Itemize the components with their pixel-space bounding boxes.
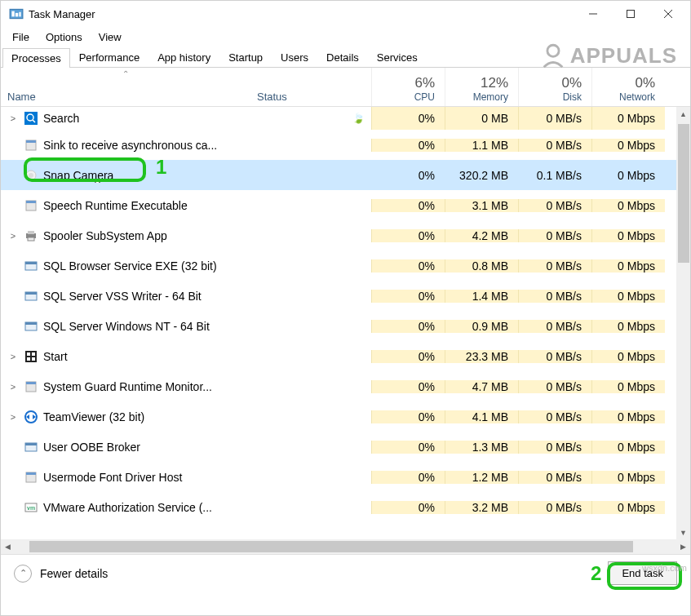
network-label: Network	[619, 91, 655, 103]
network-cell: 0 Mbps	[591, 501, 665, 514]
process-name-label: Start	[43, 350, 68, 363]
expand-toggle-icon[interactable]: >	[7, 412, 19, 422]
process-row[interactable]: SQL Server Windows NT - 64 Bit0%0.9 MB0 …	[1, 311, 690, 341]
cpu-cell: 0%	[371, 290, 445, 303]
network-cell: 0 Mbps	[591, 380, 665, 393]
process-row[interactable]: >System Guard Runtime Monitor...0%4.7 MB…	[1, 371, 690, 401]
process-row[interactable]: SQL Browser Service EXE (32 bit)0%0.8 MB…	[1, 250, 690, 281]
disk-cell: 0.1 MB/s	[518, 169, 591, 182]
process-row[interactable]: Sink to receive asynchronous ca...0%1.1 …	[1, 130, 690, 160]
scroll-left-arrow-icon[interactable]: ◀	[1, 543, 15, 551]
svg-rect-38	[25, 443, 37, 445]
minimize-button[interactable]	[574, 1, 612, 27]
process-row[interactable]: >TeamViewer (32 bit)0%4.1 MB0 MB/s0 Mbps	[1, 401, 690, 432]
scroll-up-arrow-icon[interactable]: ▲	[676, 107, 690, 121]
fewer-details-label: Fewer details	[40, 567, 108, 580]
svg-rect-26	[25, 322, 37, 325]
process-name-cell: >Start	[1, 349, 250, 364]
memory-cell: 1.4 MB	[445, 290, 518, 303]
vertical-scrollbar[interactable]: ▲ ▼	[676, 107, 690, 539]
column-cpu[interactable]: 6% CPU	[371, 68, 445, 106]
service-icon	[24, 319, 38, 334]
network-cell: 0 Mbps	[591, 410, 665, 423]
maximize-button[interactable]	[612, 1, 649, 27]
process-row[interactable]: >Search🍃0%0 MB0 MB/s0 Mbps	[1, 107, 690, 130]
expand-toggle-icon[interactable]: >	[7, 113, 19, 123]
menu-view[interactable]: View	[91, 29, 130, 45]
process-row[interactable]: vmVMware Authorization Service (...0%3.2…	[1, 492, 690, 522]
process-row[interactable]: SQL Server VSS Writer - 64 Bit0%1.4 MB0 …	[1, 281, 690, 311]
app-icon	[9, 7, 24, 21]
tab-services[interactable]: Services	[368, 47, 427, 67]
cpu-cell: 0%	[371, 410, 445, 423]
disk-cell: 0 MB/s	[518, 410, 591, 423]
process-row[interactable]: >Spooler SubSystem App0%4.2 MB0 MB/s0 Mb…	[1, 220, 690, 250]
cpu-cell: 0%	[371, 259, 445, 273]
svg-rect-1	[11, 11, 14, 17]
scroll-down-arrow-icon[interactable]: ▼	[676, 525, 690, 539]
process-name-cell: >Spooler SubSystem App	[1, 228, 250, 243]
process-row[interactable]: >Start0%23.3 MB0 MB/s0 Mbps	[1, 341, 690, 371]
disk-cell: 0 MB/s	[518, 320, 591, 333]
column-memory[interactable]: 12% Memory	[445, 68, 518, 106]
memory-cell: 4.1 MB	[445, 410, 518, 423]
source-watermark: wsxdn.com	[642, 563, 687, 573]
column-status[interactable]: Status	[250, 68, 371, 106]
service-icon	[24, 440, 38, 454]
hscroll-thumb[interactable]	[29, 541, 633, 552]
tab-users[interactable]: Users	[272, 47, 317, 67]
process-name-cell: Speech Runtime Executable	[1, 198, 250, 213]
menu-options[interactable]: Options	[38, 29, 91, 45]
expand-toggle-icon[interactable]: >	[7, 382, 19, 392]
menu-file[interactable]: File	[4, 29, 38, 45]
watermark-text: APPUALS	[570, 43, 677, 69]
process-list[interactable]: >Search🍃0%0 MB0 MB/s0 MbpsSink to receiv…	[1, 107, 690, 539]
column-disk[interactable]: 0% Disk	[518, 68, 591, 106]
svg-rect-31	[32, 357, 35, 361]
process-row[interactable]: Usermode Font Driver Host0%1.2 MB0 MB/s0…	[1, 462, 690, 492]
tab-details[interactable]: Details	[317, 47, 368, 67]
cpu-cell: 0%	[371, 471, 445, 484]
horizontal-scrollbar[interactable]: ◀ ▶	[1, 539, 690, 554]
network-cell: 0 Mbps	[591, 441, 665, 454]
scrollbar-thumb[interactable]	[678, 124, 689, 263]
eco-leaf-icon: 🍃	[352, 113, 365, 124]
process-row[interactable]: User OOBE Broker0%1.3 MB0 MB/s0 Mbps	[1, 432, 690, 462]
svg-rect-20	[28, 237, 34, 241]
memory-cell: 4.2 MB	[445, 229, 518, 242]
process-name-cell: vmVMware Authorization Service (...	[1, 500, 250, 515]
cpu-percent: 6%	[414, 75, 435, 91]
tab-app-history[interactable]: App history	[148, 47, 219, 67]
expand-toggle-icon[interactable]: >	[7, 352, 19, 361]
cpu-cell: 0%	[371, 350, 445, 363]
memory-cell: 3.1 MB	[445, 199, 518, 212]
column-name[interactable]: ⌃ Name	[1, 68, 250, 106]
svg-rect-28	[27, 352, 30, 356]
network-cell: 0 Mbps	[591, 471, 665, 484]
process-name-cell: >Search	[1, 111, 250, 126]
generic-icon	[24, 379, 38, 394]
process-row[interactable]: Speech Runtime Executable0%3.1 MB0 MB/s0…	[1, 190, 690, 220]
close-button[interactable]	[649, 1, 687, 27]
cpu-cell: 0%	[371, 441, 445, 454]
process-name-cell: User OOBE Broker	[1, 440, 250, 454]
process-name-cell: Sink to receive asynchronous ca...	[1, 138, 250, 153]
scroll-right-arrow-icon[interactable]: ▶	[676, 543, 690, 551]
service-icon	[24, 259, 38, 273]
column-network[interactable]: 0% Network	[591, 68, 665, 106]
tab-processes[interactable]: Processes	[2, 48, 70, 68]
expand-toggle-icon[interactable]: >	[7, 231, 19, 241]
tab-startup[interactable]: Startup	[219, 47, 272, 67]
svg-rect-3	[19, 12, 20, 17]
process-name-label: SQL Server VSS Writer - 64 Bit	[43, 290, 202, 303]
process-row[interactable]: Snap Camera0%320.2 MB0.1 MB/s0 Mbps	[1, 160, 690, 190]
disk-cell: 0 MB/s	[518, 107, 591, 130]
disk-percent: 0%	[561, 75, 582, 91]
disk-cell: 0 MB/s	[518, 290, 591, 303]
tab-performance[interactable]: Performance	[70, 47, 148, 67]
column-status-label: Status	[257, 91, 365, 103]
fewer-details-toggle[interactable]: ⌃ Fewer details	[14, 565, 108, 583]
process-name-cell: >System Guard Runtime Monitor...	[1, 379, 250, 394]
network-cell: 0 Mbps	[591, 107, 665, 130]
disk-cell: 0 MB/s	[518, 501, 591, 514]
